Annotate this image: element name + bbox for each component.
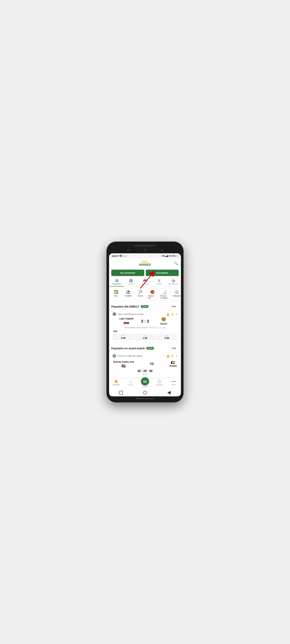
odd-btn-v2[interactable]: V2 5.95: [156, 334, 177, 340]
signal-bars: [165, 255, 168, 257]
bottom-bar-indicator: [136, 398, 154, 399]
team-home-1: Lada Togliatti LADA: [113, 318, 140, 325]
fire-icon: 🔥: [114, 380, 118, 384]
inscription-button[interactable]: Inscription: [146, 270, 179, 276]
network-type: 4G: [162, 255, 165, 257]
bar1: [165, 256, 166, 257]
match-card-2: ⚽ Coupe du Golfe des nations 🔔 ⭐ ▸ Émira…: [111, 352, 179, 378]
status-bar: 18:00 Ρ Ⓑ 💬 • • 4G 17.4 K/s 🔋: [109, 253, 181, 259]
tab-populaires[interactable]: ⚙️ Populaires: [110, 278, 124, 286]
match2-league-row: ⚽ Coupe du Golfe des nations 🔔 ⭐ ▸: [113, 354, 177, 358]
system-nav: [109, 388, 181, 396]
bar4: [168, 255, 168, 257]
bottom-nav-historique-label: Historique: [156, 384, 163, 386]
search-button[interactable]: 🔍: [174, 261, 178, 266]
team-home-name-1: Lada Togliatti: [119, 318, 133, 320]
basketball-icon: 🏀: [150, 290, 155, 294]
lada-emblem: LADA: [124, 322, 129, 324]
phone-cameras: [109, 248, 181, 252]
pill-tennis[interactable]: 🎾 Tennis: [135, 288, 146, 300]
odd-value-v1: 3.58: [121, 337, 125, 340]
tennis-icon: 🎾: [138, 290, 143, 294]
tab-sports[interactable]: ⚽ Sports: [124, 278, 138, 286]
tab-win-games-label: Win Games: [168, 283, 178, 285]
match2-date: 24.12: [113, 374, 177, 376]
section1-tout-badge[interactable]: Tout: [169, 304, 179, 308]
pill-hockey-label: Hockey sur glace: [160, 295, 169, 299]
clock-icon: 🕐: [157, 380, 161, 384]
pill-volleyball-label: Volleyball: [173, 295, 180, 297]
odd-value-x: 1.65: [143, 337, 147, 340]
bottom-nav-coupon[interactable]: 🎟 Coupon: [138, 380, 152, 388]
hockey-icon: 🏒: [162, 290, 167, 294]
phone-screen: 18:00 Ρ Ⓑ 💬 • • 4G 17.4 K/s 🔋: [109, 253, 181, 396]
home-logo-1: LADA: [123, 321, 130, 325]
pill-tout-label: Tout: [114, 295, 118, 297]
pill-tennis-label: Tennis: [138, 295, 143, 297]
odd-btn-v1[interactable]: V1 3.58: [113, 334, 134, 340]
connect-button[interactable]: Se connecter: [111, 270, 144, 276]
sys-back-btn[interactable]: [166, 390, 172, 395]
sys-square-btn[interactable]: [118, 390, 124, 395]
bottom-nav-historique[interactable]: 🕐 Historique: [152, 380, 166, 388]
bottom-nav-menu[interactable]: ▪▪▪▪ Menu: [167, 380, 181, 388]
phone-top-bar: [109, 245, 181, 246]
carrier-icon: Ρ: [118, 255, 119, 257]
star-icon-1[interactable]: ⭐: [171, 313, 174, 316]
odds-row-1: V1 3.58 X 1.65 V2 5.95: [113, 334, 177, 340]
more-icon-2: ▸: [176, 354, 177, 357]
odd-label-v1: V1: [122, 335, 124, 337]
section2-title: Populaire en avant-match: [111, 347, 145, 350]
match2-league-name: Coupe du Golfe des nations: [118, 355, 165, 357]
app-icon-2: 💬: [122, 255, 125, 257]
ticket-icon: 🎟: [143, 379, 147, 384]
bottom-nav-coupon-label: Coupon: [142, 386, 148, 388]
populaires-icon: ⚙️: [115, 278, 119, 282]
tab-casino[interactable]: 🃏 Casino: [152, 278, 166, 286]
sport-categories: ✅ Tout ⚽ Football 🎾 Tennis 🏀 Basket-bal …: [109, 287, 181, 302]
star-icon-2[interactable]: ⭐: [171, 354, 174, 357]
score-display-1: 3 : 3: [140, 319, 150, 324]
pill-football[interactable]: ⚽ Football: [123, 288, 134, 300]
tab-esports-label: Esports: [142, 283, 148, 285]
dot-indicator: •: [126, 255, 127, 257]
match2-vs-teams: Émirats arabes unis 🇦🇪 VS 🇰🇼 Koweït: [113, 359, 177, 369]
pill-basketball[interactable]: 🏀 Basket-bal: [147, 288, 158, 300]
sotchi-emblem: 🐯: [161, 317, 166, 322]
team-away-1: 🐯 Sotchi: [150, 318, 177, 325]
home-team-container: Émirats arabes unis 🇦🇪: [113, 361, 134, 367]
section2-tout-badge[interactable]: Tout: [169, 346, 179, 350]
section1-sport-badge: Sport: [141, 305, 148, 308]
vs-home-name: Émirats arabes unis: [113, 361, 134, 363]
coupon-circle-btn[interactable]: 🎟: [141, 377, 149, 385]
logo-bet: BET: [139, 260, 151, 264]
main-nav: ⚙️ Populaires ⚽ Sports 🎮 Esports 🃏 Casin…: [109, 278, 181, 287]
pill-tout[interactable]: ✅ Tout: [111, 288, 122, 300]
match1-teams: Lada Togliatti LADA 3 : 3 🐯 Sotchi: [113, 318, 177, 325]
bar2: [166, 256, 167, 257]
odd-value-v2: 5.95: [165, 337, 169, 340]
bell-icon-1[interactable]: 🔔: [166, 313, 169, 316]
section2-header: Populaire en avant-match Sport Tout: [109, 344, 181, 351]
pill-volleyball[interactable]: 🏐 Volleyball: [171, 288, 181, 300]
app-header: BET WINNER 🔍: [109, 259, 181, 268]
pill-hockey[interactable]: 🏒 Hockey sur glace: [159, 288, 170, 300]
battery-icon: 🔋: [176, 255, 178, 257]
sys-circle-btn[interactable]: [142, 390, 148, 395]
odd-btn-x[interactable]: X 1.65: [134, 334, 155, 340]
uae-flag: 🇦🇪: [122, 364, 126, 367]
sports-icon: ⚽: [129, 278, 133, 282]
bottom-nav-populaire[interactable]: 🔥 Populaire: [109, 380, 123, 388]
side-button: [183, 274, 185, 284]
bell-icon-2[interactable]: 🔔: [166, 354, 169, 357]
phone-notch: [134, 245, 156, 246]
menu-grid-icon: ▪▪▪▪: [171, 380, 176, 383]
tab-esports[interactable]: 🎮 Esports: [138, 278, 152, 286]
section1-header: Populaire EN DIRECT Sport Tout: [109, 302, 181, 310]
status-right: • 4G 17.4 K/s 🔋: [161, 255, 178, 257]
bottom-nav-favoris[interactable]: ☆ Favoris: [123, 380, 138, 388]
bottom-nav-populaire-label: Populaire: [113, 384, 120, 386]
volleyball-icon: 🏐: [174, 290, 179, 294]
app-logo: BET WINNER: [139, 260, 151, 266]
tab-win-games[interactable]: 🎲 Win Games: [166, 278, 180, 286]
